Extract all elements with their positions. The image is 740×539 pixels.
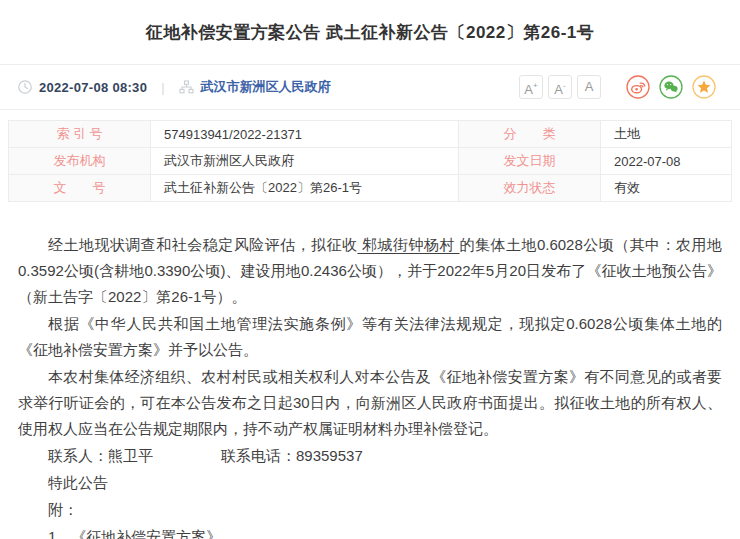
- document-number-label: 文 号: [9, 175, 151, 202]
- document-number-value: 武土征补新公告〔2022〕第26-1号: [151, 175, 459, 202]
- table-row: 文 号 武土征补新公告〔2022〕第26-1号 效力状态 有效: [9, 175, 732, 202]
- font-decrease-button[interactable]: A-: [548, 75, 572, 99]
- font-increase-button[interactable]: A+: [519, 75, 543, 99]
- favorite-star-icon[interactable]: [692, 75, 716, 99]
- table-row: 发布机构 武汉市新洲区人民政府 发文日期 2022-07-08: [9, 148, 732, 175]
- closing-statement: 特此公告: [18, 470, 722, 496]
- meta-bar: 2022-07-08 08:30 | 武汉市新洲区人民政府 A+ A- A: [0, 64, 740, 110]
- index-number-value: 574913941/2022-21371: [151, 121, 459, 148]
- font-reset-button[interactable]: A: [577, 75, 601, 99]
- contact-person: 联系人：熊卫平: [48, 447, 153, 464]
- village-name-underlined: 邾城街钟杨村: [357, 236, 459, 253]
- share-group: [617, 75, 716, 99]
- weibo-share-icon[interactable]: [626, 75, 650, 99]
- font-increase-label: A: [524, 82, 533, 97]
- meta-left: 2022-07-08 08:30 | 武汉市新洲区人民政府: [18, 78, 331, 96]
- issue-date-value: 2022-07-08: [601, 148, 732, 175]
- source-agency-link[interactable]: 武汉市新洲区人民政府: [201, 78, 331, 96]
- issue-date-label: 发文日期: [459, 148, 601, 175]
- issuing-agency-label: 发布机构: [9, 148, 151, 175]
- attachment-item: 1、《征地补偿安置方案》: [18, 524, 722, 539]
- table-row: 索 引 号 574913941/2022-21371 分 类 土地: [9, 121, 732, 148]
- contact-phone: 联系电话：89359537: [221, 447, 363, 464]
- issuing-agency-value: 武汉市新洲区人民政府: [151, 148, 459, 175]
- validity-status-value: 有效: [601, 175, 732, 202]
- meta-divider: |: [161, 80, 164, 95]
- announcement-body: 经土地现状调查和社会稳定风险评估，拟征收 邾城街钟杨村 的集体土地0.6028公…: [0, 202, 740, 539]
- category-label: 分 类: [459, 121, 601, 148]
- font-reset-label: A: [585, 79, 594, 94]
- clock-icon: [18, 80, 32, 94]
- validity-status-label: 效力状态: [459, 175, 601, 202]
- document-info-table: 索 引 号 574913941/2022-21371 分 类 土地 发布机构 武…: [8, 120, 732, 202]
- attachment-label: 附：: [18, 497, 722, 523]
- category-value: 土地: [601, 121, 732, 148]
- paragraph-survey: 经土地现状调查和社会稳定风险评估，拟征收 邾城街钟杨村 的集体土地0.6028公…: [18, 232, 722, 310]
- font-decrease-sup: -: [563, 81, 566, 90]
- index-number-label: 索 引 号: [9, 121, 151, 148]
- meta-toolbar: A+ A- A: [514, 75, 716, 99]
- info-table-wrap: 索 引 号 574913941/2022-21371 分 类 土地 发布机构 武…: [0, 110, 740, 202]
- organization-icon: [179, 80, 194, 94]
- page-title: 征地补偿安置方案公告 武土征补新公告〔2022〕第26-1号: [0, 0, 740, 44]
- paragraph-legal-basis: 根据《中华人民共和国土地管理法实施条例》等有关法律法规规定，现拟定0.6028公…: [18, 311, 722, 363]
- paragraph-text: 经土地现状调查和社会稳定风险评估，拟征收: [48, 236, 357, 253]
- font-decrease-label: A: [554, 82, 563, 97]
- paragraph-objection-rights: 本农村集体经济组织、农村村民或相关权利人对本公告及《征地补偿安置方案》有不同意见…: [18, 364, 722, 442]
- publish-datetime: 2022-07-08 08:30: [39, 80, 147, 95]
- wechat-share-icon[interactable]: [659, 75, 683, 99]
- contact-line: 联系人：熊卫平联系电话：89359537: [18, 443, 722, 469]
- font-increase-sup: +: [533, 81, 538, 90]
